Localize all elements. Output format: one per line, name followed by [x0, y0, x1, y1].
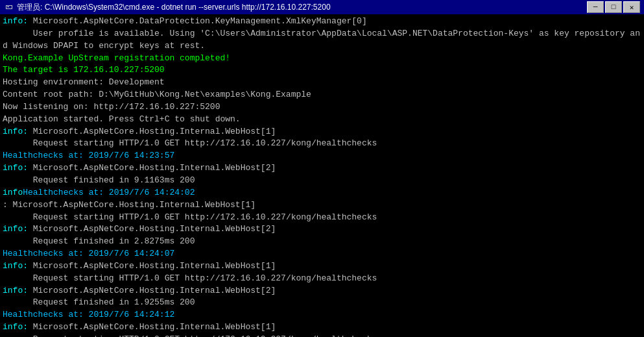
console-line: Request starting HTTP/1.0 GET http://172… [3, 273, 641, 285]
console-line: info: Microsoft.AspNetCore.Hosting.Inter… [3, 285, 641, 297]
svg-rect-3 [7, 6, 9, 7]
restore-button[interactable]: □ [605, 1, 622, 13]
console-line: infoHealthchecks at: 2019/7/6 14:24:02 [3, 187, 641, 199]
console-line: Healthchecks at: 2019/7/6 14:23:57 [3, 150, 641, 162]
window-title: 管理员: C:\Windows\System32\cmd.exe - dotne… [17, 2, 587, 13]
console-line: info: Microsoft.AspNetCore.Hosting.Inter… [3, 223, 641, 236]
close-button[interactable]: ✕ [623, 1, 640, 13]
console-line: Request finished in 2.8275ms 200 [3, 236, 641, 248]
console-line: Request starting HTTP/1.0 GET http://172… [3, 212, 641, 224]
console-line: info: Microsoft.AspNetCore.Hosting.Inter… [3, 162, 641, 175]
console-line: : Microsoft.AspNetCore.Hosting.Internal.… [3, 199, 641, 212]
console-line: Now listening on: http://172.16.10.227:5… [3, 101, 641, 114]
console-line: User profile is available. Using 'C:\Use… [3, 28, 641, 53]
console-line: Healthchecks at: 2019/7/6 14:24:12 [3, 309, 641, 321]
titlebar: 管理员: C:\Windows\System32\cmd.exe - dotne… [0, 0, 644, 14]
minimize-button[interactable]: ─ [587, 1, 604, 13]
console-line: info: Microsoft.AspNetCore.Hosting.Inter… [3, 126, 641, 138]
console-line: Healthchecks at: 2019/7/6 14:24:07 [3, 248, 641, 260]
console-line: Request starting HTTP/1.0 GET http://172… [3, 138, 641, 150]
console-line: Request starting HTTP/1.0 GET http://172… [3, 334, 641, 337]
console-output[interactable]: info: Microsoft.AspNetCore.DataProtectio… [0, 14, 644, 337]
console-line: Kong.Example UpStream registration compl… [3, 53, 641, 65]
console-line: The target is 172.16.10.227:5200 [3, 64, 641, 77]
console-line: info: Microsoft.AspNetCore.Hosting.Inter… [3, 321, 641, 334]
console-line: info: Microsoft.AspNetCore.DataProtectio… [3, 16, 641, 28]
console-line: Request finished in 9.1163ms 200 [3, 175, 641, 187]
console-line: Request finished in 1.9255ms 200 [3, 297, 641, 309]
window-controls: ─ □ ✕ [587, 1, 640, 13]
console-line: Application started. Press Ctrl+C to shu… [3, 114, 641, 126]
console-line: Content root path: D:\MyGitHub\Kong.Net\… [3, 89, 641, 101]
app-icon [4, 2, 14, 12]
console-line: info: Microsoft.AspNetCore.Hosting.Inter… [3, 260, 641, 273]
console-line: Hosting environment: Development [3, 77, 641, 89]
